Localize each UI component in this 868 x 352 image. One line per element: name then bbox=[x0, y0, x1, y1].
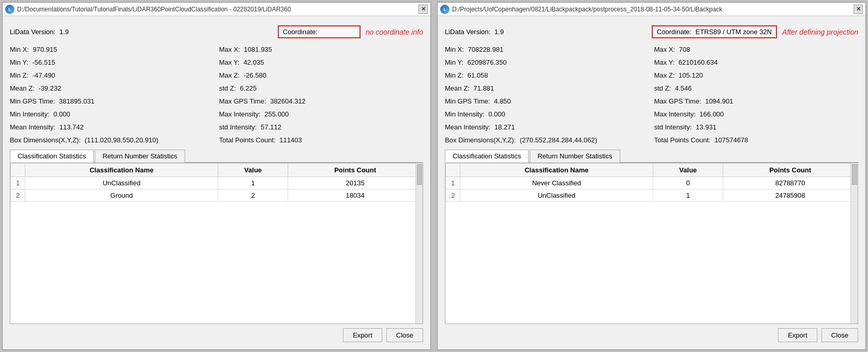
scrollbar-track-2[interactable] bbox=[850, 163, 858, 324]
export-button-1[interactable]: Export bbox=[343, 328, 382, 342]
min-z-1: Min Z: -47.490 bbox=[10, 69, 214, 81]
row-value: 0 bbox=[653, 177, 723, 189]
total-points-2: Total Points Count: 107574678 bbox=[654, 134, 859, 146]
info-right-2: Max X: 708 Max Y: 6210160.634 Max Z: 105… bbox=[654, 43, 859, 146]
min-intensity-2: Min Intensity: 0.000 bbox=[445, 108, 649, 120]
row-count: 82788770 bbox=[723, 177, 858, 189]
col-name-header-1: Classification Name bbox=[25, 164, 218, 177]
mean-z-1: Mean Z: -39.232 bbox=[10, 82, 214, 94]
tab-return-1[interactable]: Return Number Statistics bbox=[95, 150, 185, 163]
app-logo-2: L bbox=[440, 5, 450, 14]
box-dims-2: Box Dimensions(X,Y,Z): (270.552,284.284,… bbox=[445, 134, 649, 146]
row-name: UnClassified bbox=[25, 177, 218, 189]
std-intensity-1: std Intensity: 57.112 bbox=[219, 121, 424, 133]
scrollbar-track-1[interactable] bbox=[415, 163, 423, 324]
table-row: 1 Never Classified 0 82788770 bbox=[446, 177, 858, 189]
app-logo-1: L bbox=[5, 5, 14, 14]
max-x-2: Max X: 708 bbox=[654, 43, 859, 55]
total-points-1: Total Points Count: 111403 bbox=[219, 134, 424, 146]
table-scroll-1: Classification Name Value Points Count 1… bbox=[10, 163, 423, 324]
row-num: 2 bbox=[11, 189, 25, 202]
col-name-header-2: Classification Name bbox=[460, 164, 653, 177]
coordinate-box-1: Coordinate: bbox=[278, 25, 361, 38]
max-intensity-2: Max Intensity: 166.000 bbox=[654, 108, 859, 120]
close-button-1[interactable]: ✕ bbox=[418, 5, 428, 14]
min-x-2: Min X: 708228.981 bbox=[445, 43, 649, 55]
title-text-2: D:/Projects/UofCopenhagen/0821/LiBackpac… bbox=[452, 6, 851, 13]
std-z-2: std Z: 4.546 bbox=[654, 82, 859, 94]
tab-classification-1[interactable]: Classification Statistics bbox=[10, 150, 94, 163]
coordinate-annotation-2: After defining projection bbox=[782, 28, 858, 36]
classification-table-1: Classification Name Value Points Count 1… bbox=[10, 163, 423, 202]
max-y-1: Max Y: 42.035 bbox=[219, 56, 424, 68]
info-block-2: Min X: 708228.981 Min Y: 6209876.350 Min… bbox=[445, 43, 858, 146]
window-2: L D:/Projects/UofCopenhagen/0821/LiBackp… bbox=[437, 2, 866, 350]
row-name: UnClassified bbox=[460, 189, 653, 202]
close-button-bottom-2[interactable]: Close bbox=[821, 328, 858, 342]
close-button-2[interactable]: ✕ bbox=[854, 5, 863, 14]
bottom-buttons-1: Export Close bbox=[10, 328, 423, 344]
mean-z-2: Mean Z: 71.881 bbox=[445, 82, 649, 94]
box-dims-1: Box Dimensions(X,Y,Z): (111.020,98.550,2… bbox=[10, 134, 214, 146]
row-count: 24785908 bbox=[723, 189, 858, 202]
tab-classification-2[interactable]: Classification Statistics bbox=[445, 150, 529, 163]
row-value: 2 bbox=[218, 189, 288, 202]
max-gps-2: Max GPS Time: 1094.901 bbox=[654, 95, 859, 107]
coordinate-box-2: Coordinate: ETRS89 / UTM zone 32N bbox=[652, 25, 777, 38]
title-bar-2: L D:/Projects/UofCopenhagen/0821/LiBackp… bbox=[438, 3, 865, 16]
content-area-1: LiData Version: 1.9 Coordinate: no coord… bbox=[3, 16, 430, 349]
tab-bar-2: Classification Statistics Return Number … bbox=[445, 149, 858, 163]
col-value-header-1: Value bbox=[218, 164, 288, 177]
min-intensity-1: Min Intensity: 0.000 bbox=[10, 108, 214, 120]
window-1: L D:/Documentations/Tutorial/TutorialFin… bbox=[2, 2, 431, 350]
tabs-area-1: Classification Statistics Return Number … bbox=[10, 149, 423, 324]
info-right-1: Max X: 1081.935 Max Y: 42.035 Max Z: -26… bbox=[219, 43, 424, 146]
col-count-header-2: Points Count bbox=[723, 164, 858, 177]
coordinate-row-2: Coordinate: ETRS89 / UTM zone 32N After … bbox=[652, 23, 858, 40]
row-value: 1 bbox=[653, 189, 723, 202]
lidata-version-2: LiData Version: 1.9 bbox=[445, 28, 504, 36]
table-container-2: Classification Name Value Points Count 1… bbox=[445, 163, 858, 324]
max-z-1: Max Z: -26.580 bbox=[219, 69, 424, 81]
max-x-1: Max X: 1081.935 bbox=[219, 43, 424, 55]
min-gps-2: Min GPS Time: 4.850 bbox=[445, 95, 649, 107]
row-count: 20135 bbox=[288, 177, 423, 189]
table-row: 1 UnClassified 1 20135 bbox=[11, 177, 423, 189]
row-num: 1 bbox=[11, 177, 25, 189]
table-scroll-2: Classification Name Value Points Count 1… bbox=[445, 163, 858, 324]
row-value: 1 bbox=[218, 177, 288, 189]
min-gps-1: Min GPS Time: 381895.031 bbox=[10, 95, 214, 107]
content-area-2: LiData Version: 1.9 Coordinate: ETRS89 /… bbox=[438, 16, 865, 349]
std-z-1: std Z: 6.225 bbox=[219, 82, 424, 94]
row-count: 18034 bbox=[288, 189, 423, 202]
col-num-header-2 bbox=[446, 164, 460, 177]
classification-table-2: Classification Name Value Points Count 1… bbox=[445, 163, 858, 202]
max-intensity-1: Max Intensity: 255.000 bbox=[219, 108, 424, 120]
title-bar-1: L D:/Documentations/Tutorial/TutorialFin… bbox=[3, 3, 430, 16]
coordinate-row-1: Coordinate: no coordinate info bbox=[278, 23, 423, 40]
tabs-area-2: Classification Statistics Return Number … bbox=[445, 149, 858, 324]
min-x-1: Min X: 970.915 bbox=[10, 43, 214, 55]
min-z-2: Min Z: 61.058 bbox=[445, 69, 649, 81]
std-intensity-2: std Intensity: 13.931 bbox=[654, 121, 859, 133]
title-text-1: D:/Documentations/Tutorial/TutorialFinal… bbox=[17, 6, 416, 13]
bottom-buttons-2: Export Close bbox=[445, 328, 858, 344]
row-num: 1 bbox=[446, 177, 460, 189]
close-button-bottom-1[interactable]: Close bbox=[386, 328, 423, 342]
export-button-2[interactable]: Export bbox=[778, 328, 817, 342]
max-z-2: Max Z: 105.120 bbox=[654, 69, 859, 81]
table-row: 2 UnClassified 1 24785908 bbox=[446, 189, 858, 202]
table-container-1: Classification Name Value Points Count 1… bbox=[10, 163, 423, 324]
min-y-2: Min Y: 6209876.350 bbox=[445, 56, 649, 68]
scrollbar-thumb-1[interactable] bbox=[417, 164, 422, 185]
info-left-2: Min X: 708228.981 Min Y: 6209876.350 Min… bbox=[445, 43, 649, 146]
mean-intensity-2: Mean Intensity: 18.271 bbox=[445, 121, 649, 133]
tab-return-2[interactable]: Return Number Statistics bbox=[530, 150, 620, 163]
min-y-1: Min Y: -56.515 bbox=[10, 56, 214, 68]
row-name: Never Classified bbox=[460, 177, 653, 189]
info-left-1: Min X: 970.915 Min Y: -56.515 Min Z: -47… bbox=[10, 43, 214, 146]
row-num: 2 bbox=[446, 189, 460, 202]
scrollbar-thumb-2[interactable] bbox=[852, 164, 857, 185]
mean-intensity-1: Mean Intensity: 113.742 bbox=[10, 121, 214, 133]
tab-bar-1: Classification Statistics Return Number … bbox=[10, 149, 423, 163]
